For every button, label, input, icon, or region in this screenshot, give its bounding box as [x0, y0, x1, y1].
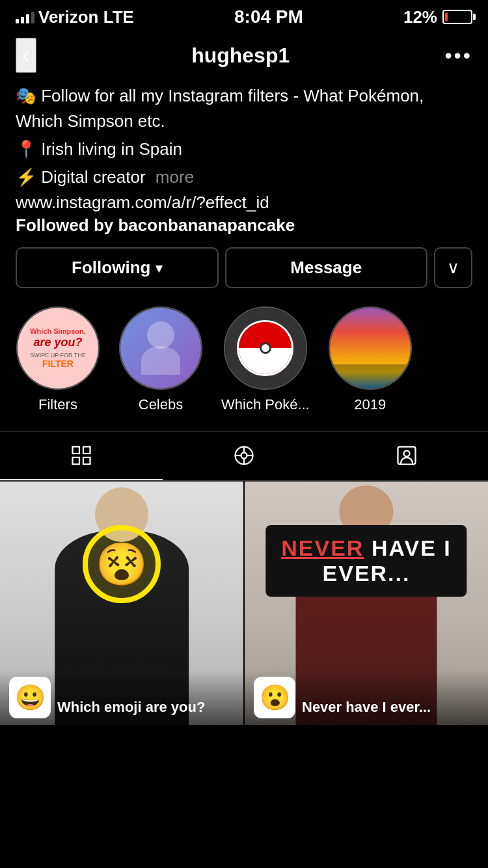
caption-icon-2: 😮 — [254, 677, 295, 718]
message-button[interactable]: Message — [225, 247, 428, 288]
nhie-never-text: NEVER — [281, 536, 364, 560]
status-left: Verizon LTE — [16, 7, 134, 27]
svg-point-11 — [404, 451, 410, 457]
dropdown-button[interactable]: ∨ — [434, 247, 472, 288]
nhie-ever-text: EVER... — [281, 561, 451, 586]
highlight-circle-2019 — [329, 306, 412, 390]
emoji-ring-overlay: 😵 — [83, 525, 161, 603]
status-right: 12% — [403, 7, 472, 27]
profile-tabs — [0, 431, 488, 481]
profile-username: hughesp1 — [191, 44, 290, 68]
highlight-label-2019: 2019 — [354, 396, 386, 413]
grid-item-2[interactable]: NEVER HAVE I EVER... 😮 Never have I ever… — [244, 481, 488, 725]
signal-bars — [16, 10, 34, 23]
reels-icon — [232, 444, 256, 467]
dropdown-chevron-icon: ∨ — [447, 258, 459, 277]
highlight-circle-celebs — [119, 306, 202, 390]
profile-header: ‹ hughesp1 ••• — [0, 31, 488, 83]
following-chevron-icon: ▾ — [156, 260, 162, 276]
highlight-item-celebs[interactable]: Celebs — [118, 306, 203, 413]
action-buttons: Following ▾ Message ∨ — [0, 247, 488, 306]
svg-rect-3 — [83, 457, 90, 465]
signal-bar-2 — [21, 17, 24, 23]
caption-text-1: Which emoji are you? — [57, 699, 205, 718]
svg-rect-1 — [83, 447, 90, 454]
svg-point-5 — [241, 453, 247, 459]
highlight-label-celebs: Celebs — [139, 396, 183, 413]
following-button[interactable]: Following ▾ — [16, 247, 219, 288]
bio-section: 🎭 Follow for all my Instagram filters - … — [0, 83, 488, 247]
signal-bar-4 — [31, 12, 34, 23]
status-bar: Verizon LTE 8:04 PM 12% — [0, 0, 488, 31]
back-button[interactable]: ‹ — [16, 38, 36, 73]
highlight-circle-pokemon — [224, 306, 307, 390]
caption-text-2: Never have I ever... — [302, 699, 431, 718]
svg-rect-2 — [73, 457, 80, 465]
highlight-label-filters: Filters — [38, 396, 77, 413]
highlight-label-pokemon: Which Poké... — [221, 396, 310, 413]
bio-creator-text: ⚡ Digital creator — [16, 167, 146, 187]
svg-rect-0 — [73, 447, 80, 454]
highlight-item-filters[interactable]: Which Simpson, are you? SWIPE UP FOR THE… — [16, 306, 100, 413]
grid-row-1: 😵 😀 Which emoji are you? — [0, 481, 488, 725]
tab-grid[interactable] — [0, 432, 163, 480]
bio-link[interactable]: www.instagram.com/a/r/?effect_id — [16, 193, 472, 213]
battery-fill — [445, 12, 448, 21]
nhie-overlay: NEVER HAVE I EVER... — [265, 525, 467, 597]
status-time: 8:04 PM — [234, 7, 303, 27]
battery-percent: 12% — [403, 7, 437, 27]
highlight-item-pokemon[interactable]: Which Poké... — [221, 306, 310, 413]
highlight-circle-filters: Which Simpson, are you? SWIPE UP FOR THE… — [16, 306, 100, 390]
signal-bar-1 — [16, 19, 19, 23]
highlight-item-2019[interactable]: 2019 — [328, 306, 413, 413]
carrier-text: Verizon LTE — [38, 7, 134, 27]
tagged-icon — [395, 444, 418, 467]
bio-followed-by: Followed by baconbananapancake — [16, 215, 472, 236]
tab-tagged[interactable] — [325, 432, 488, 480]
highlights-row: Which Simpson, are you? SWIPE UP FOR THE… — [0, 306, 488, 431]
bio-line-2: 📍 Irish living in Spain — [16, 137, 472, 162]
more-options-button[interactable]: ••• — [444, 44, 472, 68]
nhie-rest-text: HAVE I — [372, 536, 452, 560]
media-grid: 😵 😀 Which emoji are you? — [0, 481, 488, 725]
bio-follower-name[interactable]: baconbananapancake — [118, 215, 295, 235]
bio-more-button[interactable]: more — [156, 167, 194, 187]
bio-line-1: 🎭 Follow for all my Instagram filters - … — [16, 83, 472, 134]
battery-icon — [442, 10, 472, 24]
grid-icon — [70, 444, 93, 467]
tab-reels[interactable] — [163, 432, 325, 480]
grid-item-1[interactable]: 😵 😀 Which emoji are you? — [0, 481, 244, 725]
bio-line-3: ⚡ Digital creator more — [16, 165, 472, 190]
caption-icon-1: 😀 — [9, 677, 51, 718]
signal-bar-3 — [26, 14, 29, 23]
